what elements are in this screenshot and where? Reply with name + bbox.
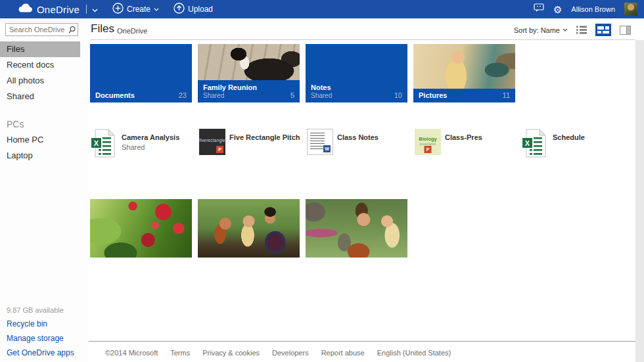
files-row: X Camera Analysis Shared fiverectangle P… [90, 127, 629, 160]
file-item-class-pres[interactable]: Biology presentation P Class-Pres [413, 127, 521, 160]
folder-count: 23 [179, 91, 187, 99]
copyright-text: ©2014 Microsoft [105, 349, 158, 357]
settings-gear-icon[interactable]: ⚙ [553, 5, 562, 14]
powerpoint-slide-thumbnail: Biology presentation P [415, 129, 441, 155]
file-item-class-notes[interactable]: W Class Notes [306, 127, 413, 160]
folder-shared-label: Shared [203, 92, 224, 99]
storage-available-text: 9.87 GB available [7, 306, 74, 314]
word-icon: W [323, 145, 331, 152]
chevron-down-icon [563, 28, 568, 32]
folder-tile-family-reunion[interactable]: Family Reunion Shared 5 [198, 44, 300, 102]
garden-flowers-photo[interactable] [90, 199, 192, 258]
search-input[interactable] [6, 26, 66, 34]
sidebar-bottom: 9.87 GB available Recycle bin Manage sto… [7, 306, 74, 357]
folder-count: 11 [503, 91, 510, 99]
svg-text:X: X [94, 139, 99, 147]
breadcrumb[interactable]: OneDrive [117, 27, 147, 35]
report-abuse-link[interactable]: Report abuse [321, 349, 365, 357]
onedrive-logo[interactable]: OneDrive [18, 3, 80, 15]
manage-storage-link[interactable]: Manage storage [7, 334, 74, 343]
beach-portrait-thumbnail [413, 44, 515, 89]
user-avatar[interactable] [624, 3, 637, 16]
feedback-icon[interactable] [534, 3, 544, 15]
pcs-section-heading: PCs [7, 116, 80, 132]
search-icon[interactable] [66, 24, 78, 35]
user-name[interactable]: Allison Brown [571, 5, 615, 13]
file-item-schedule[interactable]: X Schedule [521, 127, 629, 160]
search-box [5, 23, 78, 36]
powerpoint-slide-thumbnail: fiverectangle P [199, 129, 225, 155]
terms-link[interactable]: Terms [170, 349, 190, 357]
sort-by-dropdown[interactable]: Sort by: Name [514, 26, 568, 34]
powerpoint-icon: P [425, 146, 432, 153]
file-item-camera-analysis[interactable]: X Camera Analysis Shared [90, 127, 198, 160]
powerpoint-icon: P [216, 146, 223, 153]
create-button[interactable]: Create [112, 3, 159, 16]
sidebar-item-home-pc[interactable]: Home PC [0, 132, 80, 148]
tiles-view-icon-active[interactable] [595, 24, 611, 36]
top-bar: OneDrive Create Upload [0, 0, 644, 18]
sort-label: Sort by: Name [514, 26, 560, 34]
photos-row [90, 199, 407, 258]
developers-link[interactable]: Developers [272, 349, 309, 357]
folder-count: 10 [394, 91, 402, 99]
create-label: Create [127, 5, 150, 14]
upload-label: Upload [188, 5, 213, 14]
dog-photo-thumbnail [198, 44, 300, 80]
sidebar-item-files[interactable]: Files [0, 41, 80, 57]
plus-circle-icon [112, 3, 124, 16]
thumbnail-title-text: Biology [415, 136, 441, 142]
app-switcher-chevron-icon[interactable] [92, 3, 98, 15]
sidebar-item-shared[interactable]: Shared [0, 89, 80, 104]
divider [86, 5, 87, 14]
file-name: Class Notes [337, 133, 379, 141]
folder-tiles-row: Documents 23 Family Reunion Shared 5 N [90, 44, 515, 102]
recycle-bin-link[interactable]: Recycle bin [7, 319, 74, 328]
file-name: Class-Pres [445, 133, 482, 141]
file-name: Five Rectangle Pitch [229, 133, 300, 141]
cloud-icon [18, 3, 32, 15]
page-title: Files [91, 22, 114, 35]
folder-count: 5 [290, 91, 294, 99]
chevron-down-icon [154, 8, 159, 11]
excel-file-icon: X [522, 129, 549, 160]
onedrive-app: OneDrive Create Upload [0, 0, 644, 362]
folder-name: Family Reunion [203, 83, 294, 91]
folder-tile-notes[interactable]: Notes Shared 10 [306, 44, 407, 102]
folder-tile-pictures[interactable]: Pictures 11 [413, 44, 515, 102]
folder-name: Notes [311, 83, 402, 91]
upload-arrow-circle-icon [173, 3, 185, 16]
sidebar-item-recent-docs[interactable]: Recent docs [0, 57, 80, 73]
excel-file-icon: X [91, 129, 118, 160]
file-name: Camera Analysis [122, 133, 179, 141]
file-item-five-rectangle-pitch[interactable]: fiverectangle P Five Rectangle Pitch [198, 127, 306, 160]
app-title: OneDrive [37, 4, 80, 15]
pcs-list: Home PC Laptop [0, 132, 89, 164]
scrollbar-track[interactable] [635, 40, 644, 362]
language-selector[interactable]: English (United States) [377, 349, 451, 357]
footer: ©2014 Microsoft Terms Privacy & cookies … [90, 349, 635, 357]
header-divider [90, 39, 635, 40]
folder-name: Documents [95, 91, 135, 99]
list-view-icon[interactable] [576, 26, 587, 34]
get-onedrive-apps-link[interactable]: Get OneDrive apps [7, 348, 74, 357]
sidebar-item-laptop[interactable]: Laptop [0, 148, 80, 164]
sidebar-item-all-photos[interactable]: All photos [0, 73, 80, 89]
sidebar-nav: Files Recent docs All photos Shared [0, 41, 89, 104]
folder-shared-label: Shared [311, 92, 332, 99]
svg-text:X: X [525, 139, 530, 147]
word-document-thumbnail: W [307, 129, 333, 155]
main-content: Files OneDrive Sort by: Name Documents [89, 18, 644, 362]
folder-tile-documents[interactable]: Documents 23 [90, 44, 192, 102]
thumbnail-title-text: fiverectangle [199, 138, 225, 143]
file-shared-label: Shared [122, 143, 179, 151]
privacy-cookies-link[interactable]: Privacy & cookies [202, 349, 260, 357]
document-text-lines [310, 133, 325, 150]
details-pane-icon[interactable] [620, 26, 631, 35]
folder-name: Pictures [419, 91, 447, 99]
couple-park-photo[interactable] [306, 199, 407, 258]
upload-button[interactable]: Upload [173, 3, 213, 16]
friends-group-photo[interactable] [198, 199, 300, 258]
footer-divider [89, 341, 635, 342]
file-name: Schedule [553, 133, 585, 141]
